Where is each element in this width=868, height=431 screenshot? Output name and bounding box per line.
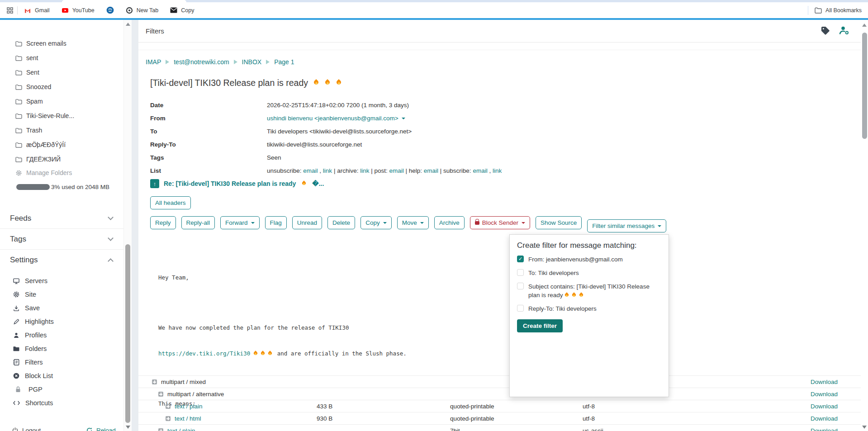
expand-icon[interactable] bbox=[152, 379, 157, 384]
settings-item-shortcuts[interactable]: Shortcuts bbox=[13, 396, 53, 410]
list-text: , bbox=[488, 167, 493, 174]
reply-button[interactable]: Reply bbox=[150, 216, 176, 229]
sidebar-folder-icelandic[interactable]: æÖþÆÐðÝýÍí bbox=[15, 137, 66, 152]
add-contact-icon[interactable] bbox=[839, 25, 850, 36]
download-link[interactable]: Download bbox=[811, 400, 838, 412]
thread-reply-link[interactable]: ↑ Re: [Tiki-devel] TIKI30 Release plan i… bbox=[150, 179, 324, 188]
list-unsubscribe-link[interactable]: link bbox=[323, 167, 332, 174]
sidebar-folder-screen-emails[interactable]: Screen emails bbox=[15, 36, 66, 51]
logout-button[interactable]: Logout bbox=[12, 424, 41, 431]
sidebar-scrollbar[interactable] bbox=[123, 20, 132, 431]
filter-option-subject[interactable]: Subject contains: [Tiki-devel] TIKI30 Re… bbox=[517, 282, 661, 299]
filter-option-to[interactable]: To: Tiki developers bbox=[517, 269, 661, 277]
show-source-button[interactable]: Show Source bbox=[536, 216, 582, 229]
list-unsubscribe-email-link[interactable]: email bbox=[303, 167, 318, 174]
settings-item-site[interactable]: Site bbox=[13, 288, 36, 301]
checkbox-unchecked[interactable] bbox=[517, 283, 524, 289]
sidebar-folder-snoozed[interactable]: Snoozed bbox=[15, 80, 51, 94]
expand-icon[interactable] bbox=[158, 428, 163, 431]
section-feeds[interactable]: Feeds bbox=[0, 208, 123, 229]
settings-item-filters[interactable]: Filters bbox=[13, 355, 43, 369]
block-sender-button[interactable]: Block Sender bbox=[470, 216, 530, 229]
reply-all-button[interactable]: Reply-all bbox=[181, 216, 215, 229]
part-name-link[interactable]: text / plain bbox=[175, 403, 203, 410]
expand-icon[interactable] bbox=[166, 404, 171, 409]
settings-item-label: Highlights bbox=[25, 318, 54, 325]
sidebar-folder-cyrillic[interactable]: ГДЕЁЖЗИЙ bbox=[15, 152, 61, 166]
scroll-down-arrow[interactable] bbox=[862, 426, 867, 429]
sidebar-folder-tiki-sieve[interactable]: Tiki-Sieve-Rule... bbox=[15, 109, 74, 123]
option-label: From: jeanbienvenusb@gmail.com bbox=[528, 255, 623, 264]
expand-icon[interactable] bbox=[166, 416, 171, 421]
button-label: Forward bbox=[225, 219, 248, 226]
forward-button[interactable]: Forward bbox=[220, 216, 260, 229]
settings-item-folders[interactable]: Folders bbox=[13, 342, 47, 355]
apps-grid-icon[interactable] bbox=[6, 7, 14, 14]
part-name-link[interactable]: text / plain bbox=[167, 427, 195, 431]
section-tags[interactable]: Tags bbox=[0, 229, 123, 250]
checkbox-checked[interactable]: ✓ bbox=[517, 256, 524, 262]
bookmark-new-tab[interactable]: New Tab bbox=[126, 7, 158, 14]
breadcrumb-imap[interactable]: IMAP bbox=[146, 58, 161, 66]
download-link[interactable]: Download bbox=[811, 388, 838, 400]
checkbox-unchecked[interactable] bbox=[517, 269, 524, 276]
bookmark-copy[interactable]: Copy bbox=[170, 7, 194, 14]
tag-icon[interactable] bbox=[821, 26, 830, 36]
settings-item-pgp[interactable]: PGP bbox=[14, 383, 43, 396]
part-name-link[interactable]: text / html bbox=[175, 415, 201, 422]
sidebar-folder-spam[interactable]: Spam bbox=[15, 94, 43, 109]
flag-button[interactable]: Flag bbox=[265, 216, 287, 229]
tiki-release-link[interactable]: https://dev.tiki.org/Tiki30 bbox=[158, 349, 250, 358]
section-settings[interactable]: Settings bbox=[0, 250, 123, 270]
list-help-email-link[interactable]: email bbox=[424, 167, 438, 174]
list-archive-link[interactable]: link bbox=[360, 167, 369, 174]
caret-down-icon[interactable] bbox=[402, 118, 405, 119]
folder-label: æÖþÆÐðÝýÍí bbox=[26, 141, 66, 148]
copy-button[interactable]: Copy bbox=[360, 216, 392, 229]
bookmark-youtube[interactable]: YouTube bbox=[62, 7, 95, 14]
fire-icon bbox=[579, 293, 583, 298]
archive-button[interactable]: Archive bbox=[434, 216, 465, 229]
bookmark-tiki[interactable] bbox=[106, 6, 114, 14]
scroll-up-arrow[interactable] bbox=[862, 24, 867, 27]
sidebar-folder-sent-lower[interactable]: sent bbox=[15, 51, 38, 65]
download-link[interactable]: Download bbox=[811, 376, 838, 388]
sidebar-scrollbar-thumb[interactable] bbox=[125, 244, 130, 423]
main-scrollbar-thumb[interactable] bbox=[862, 33, 867, 139]
all-headers-button[interactable]: All headers bbox=[150, 196, 191, 209]
manage-folders-button[interactable]: Manage Folders bbox=[15, 166, 72, 180]
delete-button[interactable]: Delete bbox=[327, 216, 355, 229]
filter-similar-messages-button[interactable]: Filter similar messages bbox=[587, 219, 666, 232]
list-subscribe-email-link[interactable]: email bbox=[473, 167, 487, 174]
breadcrumb-page[interactable]: Page 1 bbox=[274, 58, 294, 66]
scroll-down-arrow[interactable] bbox=[126, 426, 130, 429]
download-link[interactable]: Download bbox=[811, 412, 838, 425]
download-link[interactable]: Download bbox=[811, 425, 838, 431]
header-label: From bbox=[150, 115, 267, 122]
reload-button[interactable]: Reload bbox=[86, 424, 116, 431]
bookmark-gmail[interactable]: Gmail bbox=[24, 7, 50, 14]
expand-icon[interactable] bbox=[158, 392, 163, 397]
settings-item-block-list[interactable]: Block List bbox=[13, 369, 53, 383]
settings-item-servers[interactable]: Servers bbox=[13, 274, 47, 288]
from-address-link[interactable]: ushindi bienvenu <jeanbienvenusb@gmail.c… bbox=[267, 115, 398, 122]
sidebar-folder-sent[interactable]: Sent bbox=[15, 65, 39, 80]
move-button[interactable]: Move bbox=[397, 216, 429, 229]
unread-button[interactable]: Unread bbox=[292, 216, 322, 229]
main-scrollbar[interactable] bbox=[861, 20, 868, 431]
scroll-up-arrow[interactable] bbox=[126, 23, 130, 26]
monitor-icon bbox=[13, 278, 20, 284]
all-bookmarks-button[interactable]: All Bookmarks bbox=[815, 7, 862, 14]
breadcrumb-inbox[interactable]: INBOX bbox=[242, 58, 262, 66]
filter-option-reply-to[interactable]: Reply-To: Tiki developers bbox=[517, 304, 661, 313]
checkbox-unchecked[interactable] bbox=[517, 305, 524, 312]
settings-item-profiles[interactable]: Profiles bbox=[13, 328, 47, 342]
list-subscribe-link[interactable]: link bbox=[493, 167, 502, 174]
sidebar-folder-trash[interactable]: Trash bbox=[15, 123, 42, 137]
create-filter-button[interactable]: Create filter bbox=[517, 319, 563, 332]
settings-item-save[interactable]: Save bbox=[13, 301, 40, 315]
breadcrumb-account[interactable]: test@notrewiki.com bbox=[174, 58, 229, 66]
list-post-email-link[interactable]: email bbox=[389, 167, 403, 174]
settings-item-highlights[interactable]: Highlights bbox=[13, 315, 54, 328]
filter-option-from[interactable]: ✓ From: jeanbienvenusb@gmail.com bbox=[517, 255, 661, 264]
